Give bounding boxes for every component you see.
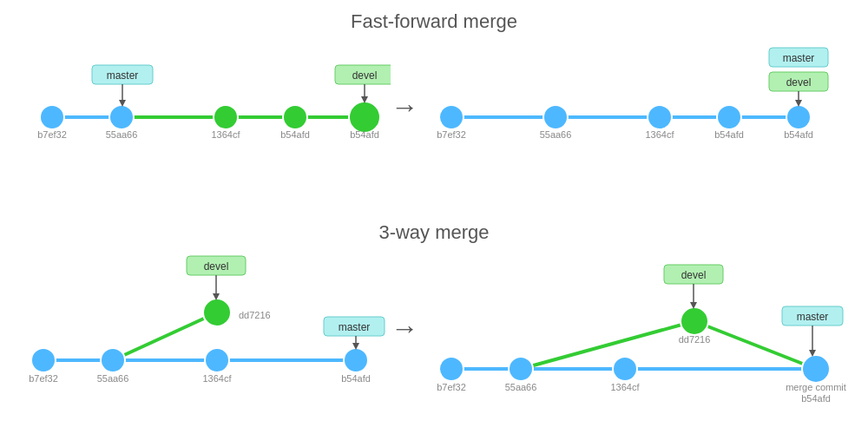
svg-point-64 — [681, 307, 708, 335]
svg-point-22 — [543, 105, 568, 129]
svg-point-39 — [31, 348, 56, 372]
svg-line-38 — [113, 312, 217, 360]
threeway-title: 3-way merge — [0, 221, 868, 244]
svg-point-40 — [101, 348, 125, 372]
svg-text:b54afd: b54afd — [784, 129, 813, 140]
svg-point-25 — [786, 105, 811, 129]
svg-point-3 — [109, 105, 134, 129]
svg-point-62 — [509, 357, 533, 381]
svg-text:b7ef32: b7ef32 — [37, 129, 67, 140]
svg-point-61 — [439, 357, 464, 381]
svg-point-43 — [203, 299, 231, 326]
svg-point-6 — [349, 102, 380, 133]
svg-text:master: master — [339, 321, 371, 333]
3way-arrow: → — [391, 312, 418, 345]
svg-text:b7ef32: b7ef32 — [29, 373, 58, 384]
svg-text:55aa66: 55aa66 — [106, 129, 138, 140]
fastforward-title: Fast-forward merge — [0, 10, 868, 33]
svg-point-65 — [802, 355, 830, 383]
svg-text:55aa66: 55aa66 — [505, 382, 537, 392]
svg-text:devel: devel — [786, 76, 812, 89]
svg-text:master: master — [107, 69, 139, 82]
svg-text:merge commit: merge commit — [786, 382, 846, 392]
svg-text:b7ef32: b7ef32 — [437, 129, 466, 140]
svg-text:master: master — [797, 311, 829, 323]
3way-after-diagram: devel master b7ef32 55aa66 1364cf dd7216… — [425, 247, 851, 408]
svg-point-5 — [283, 105, 307, 129]
3way-before-diagram: devel master b7ef32 55aa66 1364cf b54afd… — [17, 247, 391, 399]
svg-point-42 — [344, 348, 368, 372]
ff-arrow: → — [391, 91, 418, 123]
svg-point-21 — [439, 105, 464, 129]
svg-text:dd7216: dd7216 — [239, 310, 271, 320]
svg-text:b54afd: b54afd — [714, 129, 744, 140]
svg-point-2 — [40, 105, 64, 129]
svg-text:devel: devel — [681, 269, 707, 281]
svg-line-59 — [521, 321, 694, 369]
ff-after-diagram: master devel b7ef32 55aa66 1364cf b54afd… — [425, 39, 842, 161]
ff-before-diagram: master devel b7ef32 55aa66 1364cf b54afd… — [26, 39, 391, 161]
svg-point-63 — [613, 357, 637, 381]
svg-point-23 — [648, 105, 672, 129]
svg-line-60 — [694, 321, 816, 369]
svg-point-4 — [214, 105, 238, 129]
svg-text:devel: devel — [204, 260, 229, 273]
svg-text:b54afd: b54afd — [341, 373, 371, 384]
svg-text:b54afd: b54afd — [280, 129, 310, 140]
svg-text:b54afd: b54afd — [350, 129, 379, 140]
svg-text:1364cf: 1364cf — [610, 382, 640, 392]
svg-text:b7ef32: b7ef32 — [437, 382, 466, 392]
svg-text:1364cf: 1364cf — [202, 373, 232, 384]
svg-text:55aa66: 55aa66 — [540, 129, 572, 140]
svg-text:devel: devel — [352, 69, 378, 82]
svg-text:1364cf: 1364cf — [645, 129, 674, 140]
svg-text:55aa66: 55aa66 — [97, 373, 129, 384]
svg-text:1364cf: 1364cf — [211, 129, 240, 140]
svg-text:dd7216: dd7216 — [679, 334, 711, 345]
svg-point-24 — [717, 105, 741, 129]
svg-point-41 — [205, 348, 229, 372]
svg-text:b54afd: b54afd — [801, 393, 831, 404]
svg-text:master: master — [783, 52, 815, 64]
